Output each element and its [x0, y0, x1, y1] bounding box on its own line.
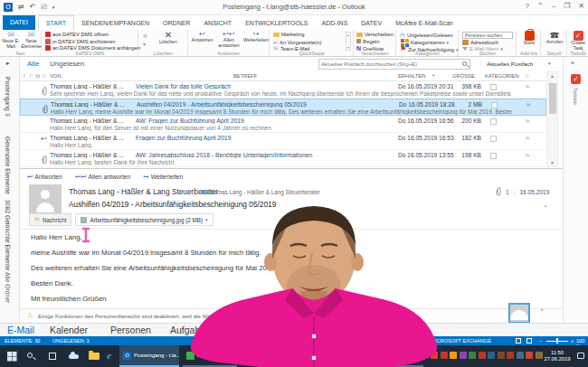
nav-personen[interactable]: Personen [110, 325, 151, 335]
item-type-column-icon[interactable]: ▤ [35, 73, 40, 79]
datev-archive-button[interactable]: in DATEV DMS archivieren [45, 39, 115, 44]
search-input[interactable] [321, 60, 457, 69]
column-groesse[interactable]: GRÖSSE [452, 73, 475, 79]
message-sender[interactable]: Thomas Lang - Häßler & Lang Steuerberate… [69, 187, 218, 196]
importance-column-icon[interactable]: ! [24, 73, 25, 79]
tab-ansicht[interactable]: ANSICHT [204, 20, 232, 26]
category-checkbox[interactable] [491, 102, 498, 108]
ignore-icon[interactable]: ⊘ [143, 33, 147, 39]
tray-icon[interactable] [479, 352, 486, 359]
minimize-button[interactable]: – [552, 2, 555, 10]
column-betreff[interactable]: BETREFF [233, 73, 257, 79]
zoom-in-icon[interactable]: + [571, 338, 574, 343]
scroll-down-icon[interactable]: ▼ [547, 160, 557, 165]
reply-button[interactable]: ↩ Antworten [190, 31, 214, 43]
flag-icon[interactable]: ⚑ [525, 136, 530, 143]
sidebar-item-posteingang[interactable]: Posteingang3 [5, 77, 11, 117]
quickstep-marketing[interactable]: Marketing [273, 32, 304, 37]
email-row-selected[interactable]: Thomas Lang - Häßler & ... Aushilfen 04/… [20, 99, 546, 116]
tray-icon[interactable] [469, 352, 476, 359]
forward-button[interactable]: ↪ Weiterleiten [243, 31, 269, 43]
category-checkbox[interactable] [490, 84, 497, 90]
tray-icon[interactable] [517, 352, 524, 359]
tab-mcafee[interactable]: McAfee E-Mail-Scan [395, 20, 453, 26]
layout-view-icon[interactable] [526, 338, 532, 343]
tray-icon[interactable] [507, 352, 514, 359]
nav-kalender[interactable]: Kalender [50, 325, 88, 335]
store-button[interactable]: Store [520, 31, 538, 46]
tab-entwicklertools[interactable]: ENTWICKLERTOOLS [245, 20, 308, 26]
email-row[interactable]: Thomas Lang - Häßler & ... AW: Fragen zu… [20, 116, 546, 133]
taskbar-window-outlook[interactable]: O Posteingang - t.la... [119, 345, 179, 367]
email-row[interactable]: Thomas Lang - Häßler & ... AW: Jahresabs… [20, 150, 546, 167]
chevron-down-icon[interactable]: ▾ [548, 61, 551, 66]
people-pane-avatar[interactable] [508, 303, 530, 324]
sidebar-item-alle-ordner[interactable]: Alle Ordner [5, 272, 11, 303]
tray-icon[interactable] [460, 352, 467, 359]
taskbar-clock[interactable]: 11:50 27.06.2019 [539, 350, 575, 362]
expand-folder-pane-icon[interactable]: ▸ [6, 60, 10, 67]
find-people-box[interactable]: Personen suchen [462, 32, 513, 39]
nav-email[interactable]: E-Mail [7, 325, 34, 335]
reply-all-link[interactable]: ↩↩Allen antworten [75, 173, 130, 181]
expand-header-icon[interactable]: ⌄ [543, 202, 548, 209]
tab-start[interactable]: START [38, 15, 74, 30]
reply-link[interactable]: ↩Antworten [27, 173, 62, 181]
action-center-icon[interactable] [577, 353, 584, 359]
filter-all-tab[interactable]: Alle [27, 60, 39, 68]
flag-icon[interactable]: ⚑ [526, 102, 531, 109]
sidebar-item-geloeschte[interactable]: 3082Gelöschte Elemente [5, 200, 11, 270]
ribbon-collapse-icon[interactable]: ⌃ [581, 49, 585, 55]
call-button[interactable]: ☎ Anrufen [545, 31, 564, 45]
todoist-panel-icon[interactable]: ✓ [571, 74, 581, 84]
start-button[interactable] [7, 352, 12, 356]
flag-icon[interactable]: ⚑ [525, 84, 530, 91]
attachment-column-icon[interactable]: ∅ [42, 73, 46, 79]
ribbon-options-button[interactable]: ⌃ [537, 2, 544, 10]
sidebar-item-gesendete[interactable]: Gesendete Elemente [5, 136, 11, 194]
tray-icon[interactable] [498, 352, 505, 359]
message-tab[interactable]: ✉ Nachricht [29, 213, 71, 226]
tray-icon[interactable] [488, 352, 495, 359]
delete-button[interactable]: ✕ Löschen [154, 31, 183, 45]
column-kategorien[interactable]: KATEGORIEN [485, 73, 519, 79]
new-items-button[interactable]: ✉ Neue Elemente [22, 31, 41, 50]
zoom-out-icon[interactable]: – [539, 338, 542, 343]
quicksteps-scroll[interactable]: ▴ ▾ [346, 32, 351, 51]
tab-senden-empfangen[interactable]: SENDEN/EMPFANGEN [81, 20, 149, 26]
new-mail-button[interactable]: ✉ Neue E-Mail [2, 31, 20, 50]
tab-datei[interactable]: DATEI [3, 15, 35, 30]
column-erhalten[interactable]: ERHALTEN [398, 73, 426, 79]
rules-button[interactable]: Regeln [356, 39, 379, 44]
filter-unread-tab[interactable]: Ungelesen [50, 60, 84, 68]
help-button[interactable]: ? [526, 2, 529, 10]
search-box[interactable] [318, 59, 470, 70]
datev-open-button[interactable]: aus DATEV DMS öffnen [45, 32, 109, 37]
flag-column-icon[interactable]: ⚐ [29, 73, 33, 79]
expand-people-pane-icon[interactable]: ⌃ [539, 308, 545, 315]
forward-link[interactable]: ↪Weiterleiten [143, 173, 183, 181]
addressbook-button[interactable]: Adressbuch [462, 40, 498, 45]
category-checkbox[interactable] [490, 118, 497, 125]
search-icon[interactable] [462, 61, 467, 66]
column-von[interactable]: VON [50, 73, 62, 79]
list-scrollbar[interactable]: ▲ ▼ [546, 71, 558, 167]
internet-explorer-icon[interactable]: e [107, 350, 111, 361]
scroll-up-icon[interactable]: ▲ [547, 73, 557, 79]
reading-view-icon[interactable] [516, 338, 521, 343]
tab-addins[interactable]: ADD-INS [322, 20, 348, 26]
flag-column-icon[interactable]: ⚐ [525, 73, 529, 79]
file-explorer-icon[interactable] [89, 353, 100, 360]
search-scope-dropdown[interactable]: Aktuelles Postfach [487, 61, 533, 67]
scrollbar-thumb[interactable] [549, 83, 556, 114]
flag-icon[interactable]: ⚑ [525, 153, 530, 160]
task-view-icon[interactable] [49, 353, 56, 360]
flag-icon[interactable]: ⚑ [525, 118, 530, 126]
move-button[interactable]: Verschieben [356, 32, 394, 37]
tab-datev[interactable]: DATEV [361, 20, 382, 26]
reply-all-button[interactable]: ↩↩ Allen antworten [215, 31, 242, 49]
category-checkbox[interactable] [490, 153, 497, 159]
category-checkbox[interactable] [490, 136, 497, 142]
tab-ordner[interactable]: ORDNER [163, 20, 190, 26]
restore-button[interactable]: ❐ [564, 2, 570, 10]
